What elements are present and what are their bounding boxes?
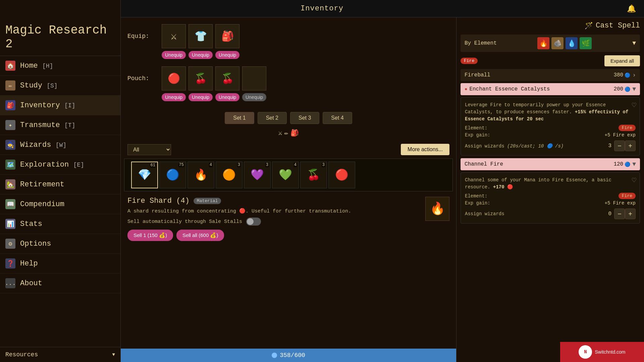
pouch-unequip-btn-2[interactable]: Unequip	[215, 93, 239, 101]
channel-fire-element-label: Element:	[465, 193, 487, 199]
channel-fire-exp-value: +5 Fire exp	[605, 200, 636, 206]
inv-slot-emoji-1: 🔵	[166, 168, 179, 182]
topbar-title: Inventory	[301, 4, 343, 13]
enchant-chevron-icon[interactable]: ▼	[632, 86, 636, 93]
set-btn-4[interactable]: Set 4	[323, 112, 352, 124]
sidebar-item-retirement[interactable]: 🏡 Retirement	[0, 175, 120, 194]
equip-slot-1[interactable]: 👕	[189, 24, 213, 48]
right-panel: 🪄 Cast Spell By Element 🔥 🪨 💧 🌿 ▼ Fire E…	[456, 17, 644, 362]
filter-select[interactable]: All Weapons Armor Potions Materials	[127, 144, 171, 155]
inv-slot-4[interactable]: 💜 3	[244, 162, 271, 188]
inv-slot-7[interactable]: 🔴	[328, 162, 355, 188]
pouch-unequip-btn-3[interactable]: Unequip	[242, 93, 266, 101]
filter-row: All Weapons Armor Potions Materials More…	[121, 140, 456, 159]
inv-slot-1[interactable]: 🔵 75	[159, 162, 186, 188]
element-earth-icon[interactable]: 🪨	[551, 37, 564, 49]
enchant-assign-minus[interactable]: −	[614, 140, 625, 151]
element-icons-row: 🔥 🪨 💧 🌿	[537, 37, 592, 49]
enchant-cost-value: 200	[613, 86, 623, 92]
enchant-heart-icon[interactable]: ♡	[632, 101, 636, 110]
notification-icon[interactable]: 🔔	[627, 4, 636, 13]
channel-fire-mana-dot: 🔵	[625, 162, 630, 167]
inv-slot-emoji-2: 🔥	[194, 168, 208, 182]
item-detail: 🔥 Fire Shard (4) Material A shard result…	[121, 191, 456, 246]
sidebar-item-study[interactable]: ✏️ Study [S]	[0, 76, 120, 96]
sell-one-button[interactable]: Sell 1 (150 💰)	[127, 230, 173, 241]
channel-fire-assign-plus[interactable]: +	[625, 208, 636, 219]
enchant-assign-row: Assign wizards (20s/cast; 10 🔵 /s) 3 − +	[465, 140, 636, 151]
equip-unequip-btn-0[interactable]: Unequip	[162, 51, 186, 59]
pouch-slot-0[interactable]: 🔴	[162, 66, 186, 90]
equip-slots: ⚔️ 👕 🎒	[162, 24, 239, 48]
sidebar-item-help[interactable]: ❓ Help	[0, 254, 120, 274]
set-btn-1[interactable]: Set 1	[225, 112, 254, 124]
pouch-unequip-btn-1[interactable]: Unequip	[189, 93, 213, 101]
sidebar-item-about[interactable]: ... About	[0, 274, 120, 293]
pouch-slot-3[interactable]	[242, 66, 266, 90]
nav-label-transmute: Transmute [T]	[20, 121, 75, 129]
inv-slot-0[interactable]: 💎 61	[131, 162, 158, 188]
enchant-element-row: Element: Fire	[465, 125, 636, 131]
more-actions-button[interactable]: More actions...	[401, 144, 449, 155]
channel-fire-cost-value: 120	[613, 161, 623, 167]
nintendo-text: Switchntd.com	[595, 349, 625, 355]
enchant-cost-row: 200 🔵 ▼	[613, 86, 636, 93]
channel-fire-heart-icon[interactable]: ♡	[632, 176, 636, 185]
inv-count-1: 75	[178, 163, 184, 167]
equip-unequip-btn-1[interactable]: Unequip	[189, 51, 213, 59]
resources-bar[interactable]: Resources ▼	[0, 347, 120, 362]
pouch-unequip-btn-0[interactable]: Unequip	[162, 93, 186, 101]
sidebar-item-stats[interactable]: 📊 Stats	[0, 214, 120, 234]
retirement-icon: 🏡	[5, 179, 15, 189]
enchant-detail: ♡ Leverage Fire to temporarily power up …	[461, 97, 640, 156]
expand-all-button[interactable]: Expand all	[604, 55, 640, 66]
sell-auto-row: Sell automatically through Sale Stalls	[127, 218, 425, 226]
fireball-mana-dot: 🔵	[625, 72, 630, 78]
nintendo-badge: N Switchntd.com	[560, 342, 644, 362]
enchant-assign-plus[interactable]: +	[625, 140, 636, 151]
equip-slot-2[interactable]: 🎒	[215, 24, 239, 48]
inv-slot-3[interactable]: 🟠 3	[216, 162, 243, 188]
equip-slot-0[interactable]: ⚔️	[162, 24, 186, 48]
item-description: A shard resulting from concentrating 🔴. …	[127, 208, 449, 214]
fireball-cost-row: 380 🔵 ›	[613, 72, 636, 78]
channel-fire-row[interactable]: Channel Fire 120 🔵 ▼	[461, 158, 640, 170]
pouch-row: Pouch: 🔴 🍒 🍒	[127, 66, 449, 90]
sidebar-item-options[interactable]: ⚙️ Options	[0, 234, 120, 254]
sidebar: Magic Research 2 🏠 Home [H] ✏️ Study [S]…	[0, 0, 121, 362]
equip-unequip-btn-2[interactable]: Unequip	[215, 51, 239, 59]
element-fire-icon[interactable]: 🔥	[537, 37, 549, 49]
inv-slot-6[interactable]: 🍒 3	[300, 162, 327, 188]
sidebar-item-exploration[interactable]: 🗺️ Exploration [E]	[0, 155, 120, 175]
expand-row: Fire Expand all	[461, 55, 640, 66]
channel-fire-assign-minus[interactable]: −	[614, 208, 625, 219]
inv-slot-2[interactable]: 🔥 4	[187, 162, 214, 188]
element-nature-icon[interactable]: 🌿	[580, 37, 592, 49]
by-element-chevron-icon[interactable]: ▼	[632, 40, 636, 47]
sell-all-button[interactable]: Sell all (600 💰)	[176, 230, 224, 241]
sidebar-item-wizards[interactable]: 🧙 Wizards [W]	[0, 135, 120, 155]
element-water-icon[interactable]: 💧	[566, 37, 578, 49]
resources-label: Resources	[5, 351, 38, 358]
pouch-slot-1[interactable]: 🍒	[189, 66, 213, 90]
enchant-row[interactable]: ● Enchant Essence Catalysts 200 🔵 ▼	[461, 83, 640, 95]
cast-spell-label[interactable]: Cast Spell	[596, 21, 640, 30]
sell-auto-toggle[interactable]	[246, 218, 261, 226]
fireball-chevron-icon[interactable]: ›	[632, 72, 636, 78]
inv-count-4: 3	[265, 163, 269, 167]
channel-fire-element-badge: Fire	[619, 193, 636, 199]
set-btn-2[interactable]: Set 2	[258, 112, 287, 124]
sidebar-item-transmute[interactable]: ✦ Transmute [T]	[0, 115, 120, 135]
pouch-section: Pouch: 🔴 🍒 🍒 Unequip Unequip Unequip Une…	[121, 66, 456, 109]
enchant-exp-label: Exp gain:	[465, 132, 490, 138]
inv-slot-5[interactable]: 💚 4	[272, 162, 299, 188]
enchant-exp-value: +5 Fire exp	[605, 132, 636, 138]
fireball-row[interactable]: Fireball 380 🔵 ›	[461, 69, 640, 81]
sidebar-item-compendium[interactable]: 📖 Compendium	[0, 194, 120, 214]
sidebar-item-home[interactable]: 🏠 Home [H]	[0, 56, 120, 76]
inv-slot-emoji-3: 🟠	[222, 168, 236, 182]
pouch-slot-2[interactable]: 🍒	[215, 66, 239, 90]
set-btn-3[interactable]: Set 3	[290, 112, 319, 124]
channel-fire-chevron-icon[interactable]: ▼	[632, 161, 636, 168]
sidebar-item-inventory[interactable]: 🎒 Inventory [I]	[0, 96, 120, 115]
